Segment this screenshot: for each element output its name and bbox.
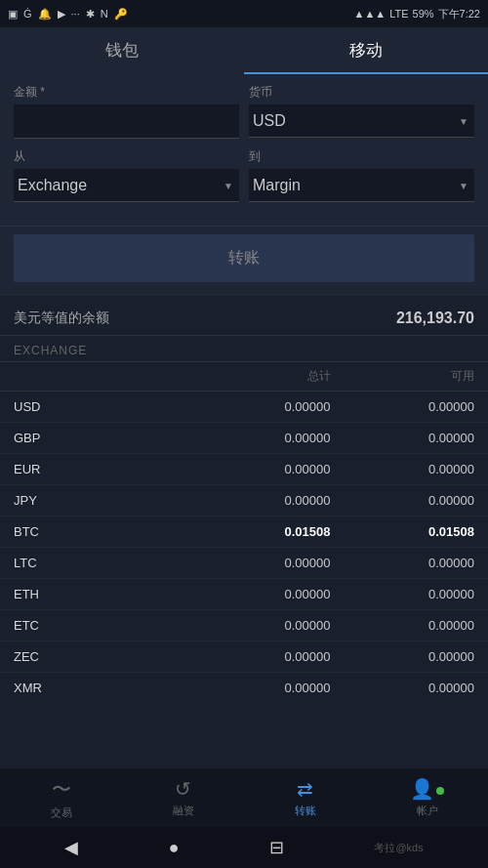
balance-label: 美元等值的余额 <box>14 310 109 327</box>
transfer-button[interactable]: 转账 <box>14 234 474 282</box>
row-currency: BTC <box>14 524 186 539</box>
row-total: 0.01508 <box>186 524 331 539</box>
exchange-section-label: EXCHANGE <box>0 336 488 362</box>
status-left-icons: ▣ Ġ 🔔 ▶ ··· ✱ N 🔑 <box>8 8 128 21</box>
table-row: LTC 0.00000 0.00000 <box>0 548 488 579</box>
row-currency: GBP <box>14 431 186 445</box>
to-select-wrapper: Margin Exchange <box>249 169 474 202</box>
row-avail: 0.00000 <box>331 556 475 570</box>
transfer-nav-label: 转账 <box>295 804 316 818</box>
col-total-header: 总计 <box>186 368 331 385</box>
row-avail: 0.00000 <box>331 618 475 633</box>
table-row: GBP 0.00000 0.00000 <box>0 423 488 454</box>
row-avail: 0.01508 <box>331 524 475 539</box>
row-avail: 0.00000 <box>331 587 475 601</box>
row-avail: 0.00000 <box>331 681 475 694</box>
nav-item-transfer[interactable]: ⇄ 转账 <box>244 777 366 818</box>
transfer-icon: ⇄ <box>297 777 313 801</box>
row-currency: ZEC <box>14 649 186 664</box>
table-row: XMR 0.00000 0.00000 <box>0 673 488 694</box>
tab-move[interactable]: 移动 <box>244 27 488 74</box>
amount-input[interactable] <box>14 104 239 139</box>
back-button[interactable]: ◀ <box>64 837 78 858</box>
from-label: 从 <box>14 148 239 165</box>
system-nav: ◀ ● ⊟ 考拉@kds <box>0 827 488 868</box>
trade-label: 交易 <box>51 806 72 820</box>
row-total: 0.00000 <box>186 681 331 694</box>
icon-nfc: N <box>101 8 108 20</box>
row-total: 0.00000 <box>186 618 331 633</box>
row-currency: ETH <box>14 587 186 601</box>
currency-label: 货币 <box>249 84 474 101</box>
row-currency: EUR <box>14 462 186 476</box>
nav-item-trade[interactable]: 〜 交易 <box>0 776 122 820</box>
home-button[interactable]: ● <box>169 838 180 858</box>
battery-icon: 59% <box>413 8 434 20</box>
icon-bell: 🔔 <box>38 8 52 21</box>
signal-icon: ▲▲▲ <box>354 8 386 20</box>
table-row: ETH 0.00000 0.00000 <box>0 579 488 610</box>
row-currency: USD <box>14 399 186 414</box>
icon-dots: ··· <box>71 8 80 20</box>
to-select[interactable]: Margin Exchange <box>249 169 474 202</box>
icon-bluetooth: ✱ <box>86 8 95 21</box>
nav-item-account[interactable]: 👤 帐户 <box>366 777 488 818</box>
table-row: EUR 0.00000 0.00000 <box>0 454 488 485</box>
row-avail: 0.00000 <box>331 649 475 664</box>
account-icon: 👤 <box>410 777 444 801</box>
row-total: 0.00000 <box>186 493 331 508</box>
table-row: ZEC 0.00000 0.00000 <box>0 641 488 673</box>
row-avail: 0.00000 <box>331 493 475 508</box>
currency-select-wrapper: USD GBP EUR BTC <box>249 104 474 138</box>
balance-table[interactable]: 总计 可用 USD 0.00000 0.00000 GBP 0.00000 0.… <box>0 362 488 694</box>
top-tab-bar: 钱包 移动 <box>0 27 488 74</box>
table-body: USD 0.00000 0.00000 GBP 0.00000 0.00000 … <box>0 392 488 694</box>
row-avail: 0.00000 <box>331 431 475 445</box>
trade-icon: 〜 <box>52 776 71 803</box>
table-row: USD 0.00000 0.00000 <box>0 392 488 423</box>
row-avail: 0.00000 <box>331 399 475 414</box>
amount-label: 金额 * <box>14 84 239 101</box>
row-currency: ETC <box>14 618 186 633</box>
table-row: ETC 0.00000 0.00000 <box>0 610 488 641</box>
form-row-2: 从 Exchange Margin 到 Margin Exchange <box>14 148 474 202</box>
recents-button[interactable]: ⊟ <box>269 837 284 858</box>
currency-select[interactable]: USD GBP EUR BTC <box>249 104 474 138</box>
nav-item-fund[interactable]: ↺ 融资 <box>122 777 244 818</box>
row-total: 0.00000 <box>186 462 331 476</box>
tab-wallet[interactable]: 钱包 <box>0 27 244 74</box>
status-right-icons: ▲▲▲ LTE 59% 下午7:22 <box>354 7 480 21</box>
status-bar: ▣ Ġ 🔔 ▶ ··· ✱ N 🔑 ▲▲▲ LTE 59% 下午7:22 <box>0 0 488 27</box>
fund-label: 融资 <box>173 804 194 818</box>
currency-group: 货币 USD GBP EUR BTC <box>249 84 474 139</box>
fund-icon: ↺ <box>175 777 191 801</box>
icon-play: ▶ <box>58 8 65 21</box>
row-total: 0.00000 <box>186 649 331 664</box>
account-online-dot <box>436 787 444 795</box>
row-total: 0.00000 <box>186 399 331 414</box>
table-row: BTC 0.01508 0.01508 <box>0 517 488 548</box>
icon-key: 🔑 <box>114 8 128 21</box>
balance-section: 美元等值的余额 216,193.70 <box>0 296 488 336</box>
from-group: 从 Exchange Margin <box>14 148 239 202</box>
row-total: 0.00000 <box>186 556 331 570</box>
row-avail: 0.00000 <box>331 462 475 476</box>
row-total: 0.00000 <box>186 587 331 601</box>
from-select-wrapper: Exchange Margin <box>14 169 239 202</box>
form-row-1: 金额 * 货币 USD GBP EUR BTC <box>14 84 474 139</box>
col-avail-header: 可用 <box>331 368 475 385</box>
table-row: JPY 0.00000 0.00000 <box>0 485 488 517</box>
form-area: 金额 * 货币 USD GBP EUR BTC 从 Exchange Margi… <box>0 74 488 226</box>
row-currency: JPY <box>14 493 186 508</box>
from-select[interactable]: Exchange Margin <box>14 169 239 202</box>
amount-group: 金额 * <box>14 84 239 139</box>
icon-square: ▣ <box>8 8 18 21</box>
account-label: 帐户 <box>417 804 438 818</box>
watermark-text: 考拉@kds <box>374 841 423 855</box>
bottom-nav: 〜 交易 ↺ 融资 ⇄ 转账 👤 帐户 <box>0 768 488 827</box>
balance-value: 216,193.70 <box>396 310 474 327</box>
lte-label: LTE <box>389 8 408 20</box>
row-total: 0.00000 <box>186 431 331 445</box>
to-group: 到 Margin Exchange <box>249 148 474 202</box>
row-currency: XMR <box>14 681 186 694</box>
